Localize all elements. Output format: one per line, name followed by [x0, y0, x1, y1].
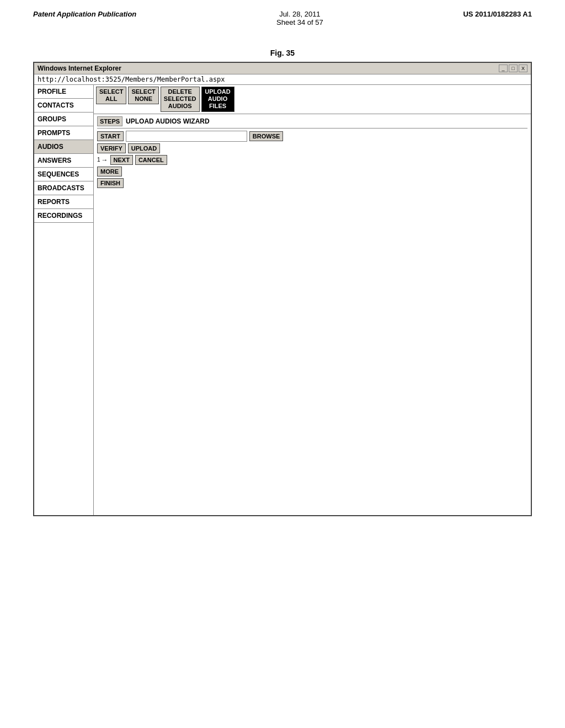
sidebar-item-answers[interactable]: ANSWERS	[34, 154, 93, 168]
close-button[interactable]: X	[519, 65, 527, 72]
upload-button[interactable]: UPLOAD	[128, 143, 160, 153]
start-button[interactable]: START	[97, 131, 124, 141]
sidebar-item-contacts[interactable]: CONTACTS	[34, 99, 93, 113]
step-number: 1	[97, 157, 100, 163]
url-text: http://localhost:3525/Members/MemberPort…	[38, 76, 225, 83]
sidebar-item-recordings[interactable]: RECORDINGS	[34, 209, 93, 223]
toolbar: SELECT ALL SELECT NONE DELETE SELECTED A…	[94, 85, 531, 114]
step-arrow: →	[102, 156, 108, 164]
sidebar-item-audios[interactable]: AUDIOS	[34, 140, 93, 154]
file-path-input[interactable]	[126, 131, 247, 142]
sidebar-item-groups[interactable]: GROUPS	[34, 113, 93, 126]
cancel-button[interactable]: CANCEL	[135, 155, 167, 165]
minimize-button[interactable]: _	[499, 65, 508, 72]
wizard-section: STEPS UPLOAD AUDIOS WIZARD START BROWSE …	[94, 114, 531, 192]
select-none-button[interactable]: SELECT NONE	[128, 87, 158, 104]
sidebar-item-profile[interactable]: PROFILE	[34, 85, 93, 99]
wizard-title: UPLOAD AUDIOS WIZARD	[126, 117, 210, 125]
next-button[interactable]: NEXT	[110, 155, 133, 165]
sidebar-item-reports[interactable]: REPORTS	[34, 195, 93, 209]
browse-button[interactable]: BROWSE	[249, 131, 284, 141]
header-right: US 2011/0182283 A1	[463, 10, 532, 18]
header-center: Jul. 28, 2011 Sheet 34 of 57	[276, 10, 323, 26]
more-button[interactable]: MORE	[97, 167, 122, 176]
wizard-header: STEPS UPLOAD AUDIOS WIZARD	[97, 116, 527, 129]
wizard-more-row: MORE	[97, 167, 527, 176]
header-left: Patent Application Publication	[33, 10, 136, 18]
verify-button[interactable]: VERIFY	[97, 143, 126, 153]
browser-content: PROFILE CONTACTS GROUPS PROMPTS AUDIOS A…	[34, 85, 531, 515]
upload-audio-files-button[interactable]: UPLOAD AUDIO FILES	[201, 87, 234, 112]
header-date: Jul. 28, 2011	[279, 10, 320, 18]
wizard-start-row: START BROWSE	[97, 131, 527, 142]
fig-title: Fig. 35	[0, 49, 565, 57]
page-header: Patent Application Publication Jul. 28, …	[0, 0, 565, 32]
sidebar-item-prompts[interactable]: PROMPTS	[34, 126, 93, 140]
wizard-verify-row: VERIFY UPLOAD	[97, 143, 527, 153]
delete-selected-button[interactable]: DELETE SELECTED AUDIOS	[161, 87, 200, 112]
title-bar: Windows Internet Explorer _ □ X	[34, 63, 531, 74]
browser-title: Windows Internet Explorer	[38, 65, 121, 72]
wizard-step-row: 1 → NEXT CANCEL	[97, 155, 527, 165]
finish-button[interactable]: FINISH	[97, 178, 124, 188]
maximize-button[interactable]: □	[509, 65, 518, 72]
sidebar: PROFILE CONTACTS GROUPS PROMPTS AUDIOS A…	[34, 85, 94, 515]
sidebar-item-sequences[interactable]: SEQUENCES	[34, 168, 93, 181]
select-all-button[interactable]: SELECT ALL	[96, 87, 126, 104]
wizard-steps-label: STEPS	[97, 116, 122, 126]
address-bar[interactable]: http://localhost:3525/Members/MemberPort…	[34, 74, 531, 85]
window-controls: _ □ X	[499, 65, 527, 72]
sidebar-item-broadcasts[interactable]: BROADCASTS	[34, 181, 93, 195]
main-area: SELECT ALL SELECT NONE DELETE SELECTED A…	[94, 85, 531, 515]
header-sheet: Sheet 34 of 57	[276, 18, 323, 26]
step-indicator: 1 →	[97, 156, 108, 164]
browser-window: Windows Internet Explorer _ □ X http://l…	[33, 62, 532, 516]
wizard-finish-row: FINISH	[97, 178, 527, 188]
